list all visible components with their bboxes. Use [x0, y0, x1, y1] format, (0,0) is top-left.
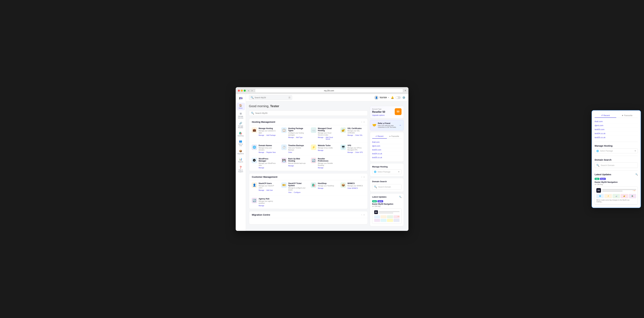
section-add-button[interactable]: + — [364, 121, 365, 123]
mch-add-link[interactable]: Add Cloud Server — [326, 137, 335, 140]
theme-toggle[interactable] — [396, 96, 401, 99]
minimize-button[interactable] — [241, 90, 243, 92]
domain-search-field[interactable]: 🔍 — [372, 184, 402, 189]
domain-link-1[interactable]: djent.com — [372, 144, 402, 148]
service-agency-hub-cm[interactable]: 🔄 Agency Hub Manage your agency workflow… — [249, 196, 279, 209]
zoomed-domain-4[interactable]: test05.co.uk — [595, 135, 638, 139]
service-managed-cloud-hosting[interactable]: ☁️ Managed Cloud Hosting Manage your Clo… — [308, 125, 338, 142]
zoomed-select-package[interactable]: 🌐 Select Package ▼ — [595, 149, 638, 153]
service-stackcp-ticket[interactable]: 🎫 StackCP Ticket System Manage & configu… — [279, 180, 308, 196]
zoomed-domain-search-field[interactable]: 🔍 — [595, 162, 638, 168]
forward-button[interactable]: > — [251, 89, 254, 92]
domain-link-4[interactable]: test05.co.uk — [372, 156, 402, 159]
service-reseller-preferences[interactable]: 🔄 Reseller Preferences Manage your Resel… — [308, 156, 338, 171]
user-menu[interactable]: 👤 TESTER ▼ — [374, 96, 389, 100]
close-button[interactable] — [238, 90, 240, 92]
backup-manage-link[interactable]: Manage — [288, 165, 294, 167]
rp-manage-link[interactable]: Manage — [318, 167, 324, 169]
sidebar-label-agency-hub: Agency Hub — [237, 143, 244, 147]
topbar-search-input[interactable] — [255, 97, 288, 99]
new-tab-button[interactable]: + — [404, 89, 406, 92]
sidebar-item-home[interactable]: 🏠 Home — [236, 103, 245, 110]
sidebar-item-manage-reseller[interactable]: 🔗 Manage Reseller — [236, 121, 245, 130]
recent-tab[interactable]: ↺ Recent — [372, 134, 387, 139]
zoomed-favourite-tab[interactable]: ★ Favourite — [616, 113, 638, 118]
whmcs-order-link[interactable]: Order WHMCS — [348, 187, 358, 189]
service-website-turbo[interactable]: ⚡ Website Turbo Manage & buy credits Man… — [308, 142, 338, 156]
zoomed-update-preview[interactable]: 20i 🌐 ⚡ 📊 🔐 🛍️ We've made some big chang… — [595, 186, 638, 205]
service-wordpress[interactable]: 🅦 WordPress Manager Manage your WordPres… — [249, 156, 279, 171]
manage-hosting-add-link[interactable]: Add Package — [266, 135, 276, 136]
ah-manage-link[interactable]: Manage — [259, 205, 264, 206]
dn-manage-link[interactable]: Manage — [259, 152, 264, 153]
sct-view-link[interactable]: View — [288, 191, 292, 193]
topbar-search[interactable]: 🔍 / — [249, 95, 292, 100]
domain-link-0[interactable]: thall.com — [372, 140, 402, 144]
sidebar-item-reports[interactable]: 📊 Reports — [236, 157, 245, 164]
service-vps[interactable]: 🖥️ VPS Manage your VPS & Managed VPS Man… — [338, 142, 368, 156]
scu-manage-link[interactable]: Manage — [259, 189, 264, 191]
domain-link-2[interactable]: test03.com — [372, 148, 402, 152]
maximize-button[interactable] — [244, 90, 246, 92]
manage-hosting-manage-link[interactable]: Manage — [259, 135, 264, 136]
domain-search-input[interactable] — [378, 186, 401, 188]
sct-configure-link[interactable]: Configure — [294, 191, 300, 193]
sidebar-item-agency-hub[interactable]: 👥 Agency Hub — [236, 139, 245, 148]
main-search[interactable]: 🔍 — [249, 110, 368, 116]
zoomed-domain-2[interactable]: test03.com — [595, 127, 638, 131]
zoomed-updates-search-icon[interactable]: 🔍 — [635, 173, 638, 175]
service-stackcp-users[interactable]: 👤 StackCP Users Manage your StackCP user… — [249, 180, 279, 196]
vps-manage-link[interactable]: Manage — [348, 152, 353, 153]
service-hostshop-cm[interactable]: 🛍️ HostShop Manage your HostShop Manage — [308, 180, 338, 196]
zoomed-domain-0[interactable]: thall.com — [595, 119, 638, 123]
main-search-input[interactable] — [255, 112, 366, 114]
wp-manage-link[interactable]: Manage — [259, 167, 264, 169]
hpt-add-link[interactable]: Add Type — [296, 137, 302, 138]
dn-register-link[interactable]: Register New — [266, 152, 276, 153]
mch-manage-link[interactable]: Manage — [318, 137, 324, 140]
sidebar-item-manage-services[interactable]: ⊞ Manage Services — [236, 111, 245, 120]
zoomed-domain-input[interactable] — [601, 164, 636, 166]
zoomed-domain-3[interactable]: test04.co.uk — [595, 131, 638, 135]
select-package-dropdown[interactable]: 🌐 Select Package ▼ — [372, 169, 402, 174]
cm-add-button[interactable]: + — [364, 176, 365, 178]
sidebar-item-help-support[interactable]: ❓ Help & Support — [236, 165, 245, 174]
tb-order-link[interactable]: Order — [288, 152, 292, 153]
service-domain-names[interactable]: 🌐 Domain Names Manage & buy your domains… — [249, 142, 279, 156]
section-collapse-button[interactable]: − — [361, 121, 362, 123]
ssl-order-link[interactable]: Order SSL — [355, 135, 362, 136]
zoomed-recent-tab[interactable]: ↺ Recent — [595, 113, 616, 118]
dropdown-arrow-icon: ▼ — [398, 171, 400, 173]
turbo-manage-link[interactable]: Manage — [318, 150, 324, 151]
cm-collapse-button[interactable]: − — [361, 176, 362, 178]
notifications-icon[interactable]: 🔔 — [391, 96, 394, 99]
mc-add-button[interactable]: + — [364, 214, 365, 216]
hs-manage-link[interactable]: Manage — [318, 187, 324, 189]
updates-search-icon[interactable]: 🔍 — [399, 196, 402, 198]
sidebar-item-hostshop[interactable]: 🛍️ HostShop — [236, 131, 245, 138]
service-ssl-certificates[interactable]: 🔐 SSL Certificates Manage your SSL certi… — [338, 125, 368, 142]
back-button[interactable]: < — [247, 89, 250, 92]
service-timeline-backups[interactable]: ⏱️ Timeline Backups View your Timeline B… — [279, 142, 308, 156]
favourite-tab[interactable]: ★ Favourite — [387, 134, 402, 139]
service-whmcs[interactable]: 📦 WHMCS Manage your WHMCS Order WHMCS — [338, 180, 368, 196]
sidebar-item-migrations[interactable]: 📦 Migrations — [236, 148, 245, 156]
vps-order-link[interactable]: Order VPS — [355, 152, 363, 153]
update-preview[interactable]: 20i — [372, 208, 402, 224]
hpt-manage-link[interactable]: Manage — [288, 137, 294, 138]
zoomed-my20i-badge: My20i — [600, 178, 606, 180]
service-backup-web-hosting[interactable]: 💾 Back Up Web Hosting Manual website bac… — [279, 156, 308, 171]
ssl-manage-link[interactable]: Manage — [348, 135, 353, 136]
service-hosting-package-types[interactable]: 📋 Hosting Package Types Configure your h… — [279, 125, 308, 142]
service-manage-hosting[interactable]: 💼 Manage Hosting Manage your websites & … — [249, 125, 279, 142]
refer-widget[interactable]: 🤝 Refer a Friend Earn £25 referring new … — [370, 120, 404, 131]
zoomed-domain-1[interactable]: djent.com — [595, 123, 638, 127]
mc-collapse-button[interactable]: − — [361, 214, 362, 216]
scu-add-link[interactable]: Add User — [266, 189, 273, 191]
settings-icon[interactable]: ⚙️ — [402, 96, 405, 99]
managed-cloud-icon: ☁️ — [311, 127, 316, 133]
zoomed-fav-label: Favourite — [624, 114, 632, 116]
address-bar[interactable]: my.20i.com — [255, 89, 403, 93]
hosting-management-section: Hosting Management − + 💼 — [249, 118, 368, 171]
domain-link-3[interactable]: test04.co.uk — [372, 152, 402, 156]
